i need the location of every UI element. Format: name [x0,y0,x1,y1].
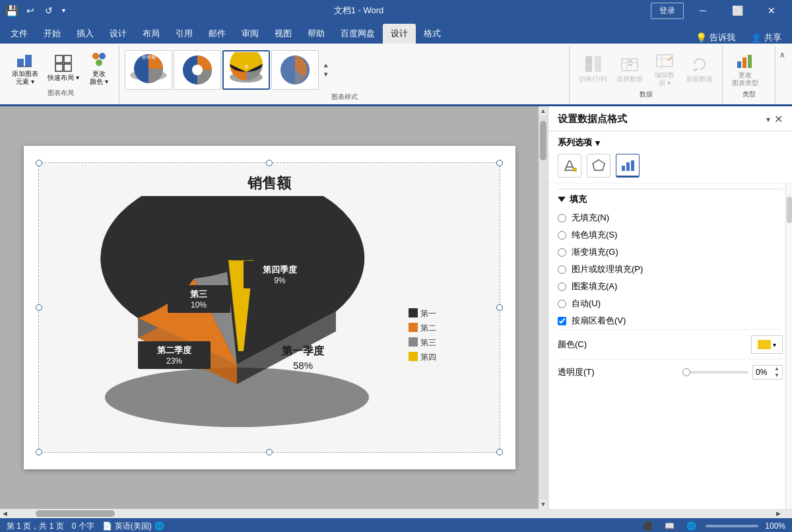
solid-fill-option[interactable]: 纯色填充(S) [558,226,783,244]
vertical-scrollbar[interactable]: ▲ ▼ [539,106,548,509]
tab-format[interactable]: 格式 [416,24,449,44]
spin-up-button[interactable]: ▲ [774,366,779,372]
vscroll-track[interactable] [539,116,548,500]
chart-title: 销售额 [39,174,500,193]
picture-fill-option[interactable]: 图片或纹理填充(P) [558,261,783,278]
by-section-option[interactable]: 按扇区着色(V) [558,312,783,329]
tab-design-doc[interactable]: 设计 [102,24,135,44]
panel-close-button[interactable]: ✕ [774,113,783,125]
tab-file[interactable]: 文件 [3,24,36,44]
transparency-slider[interactable] [682,371,748,374]
pattern-fill-radio[interactable] [558,283,566,291]
redo-icon[interactable]: ↺ [42,4,55,17]
share-button[interactable]: 👤 共享 [743,32,789,44]
print-layout-button[interactable]: ⬛ [640,520,655,532]
quick-access-dropdown[interactable]: ▼ [61,7,67,14]
read-mode-button[interactable]: 📖 [662,520,677,532]
panel-scroll-thumb[interactable] [787,197,792,223]
series-dropdown-icon[interactable]: ▾ [595,138,600,148]
ribbon-collapse-button[interactable]: ∧ [776,49,789,61]
hscroll-right-button[interactable]: ▶ [774,509,783,518]
scroll-down-btn[interactable]: ▼ [323,70,329,79]
scroll-down-button[interactable]: ▼ [539,500,548,509]
auto-fill-radio[interactable] [558,300,566,308]
no-fill-option[interactable]: 无填充(N) [558,209,783,226]
svg-point-7 [92,53,99,59]
chart-style-2[interactable] [174,50,221,90]
save-icon[interactable]: 💾 [5,5,18,17]
panel-scrollbar[interactable] [785,183,792,509]
svg-rect-57 [626,162,630,171]
tab-insert[interactable]: 插入 [69,24,102,44]
scroll-up-button[interactable]: ▲ [539,106,548,116]
slider-thumb[interactable] [682,368,690,376]
resize-handle-ml[interactable] [36,304,42,311]
auto-fill-option[interactable]: 自动(U) [558,295,783,312]
tab-layout[interactable]: 布局 [135,24,168,44]
gradient-fill-radio[interactable] [558,248,566,257]
no-fill-radio[interactable] [558,214,566,222]
panel-dropdown-button[interactable]: ▾ [766,115,770,124]
web-layout-button[interactable]: 🌐 [684,520,699,532]
undo-icon[interactable]: ↩ [24,4,37,17]
edit-data-button[interactable]: 编辑数据 ▾ [648,48,681,88]
spin-down-button[interactable]: ▼ [774,372,779,379]
resize-handle-tr[interactable] [496,160,503,166]
picture-fill-label: 图片或纹理填充(P) [572,263,643,275]
paint-bucket-icon-btn[interactable] [558,154,581,178]
tab-references[interactable]: 引用 [168,24,201,44]
bar-chart-icon-btn[interactable] [616,154,640,178]
svg-marker-55 [593,160,605,170]
pentagon-icon-btn[interactable] [587,154,610,178]
by-section-checkbox[interactable] [558,317,566,325]
pattern-fill-option[interactable]: 图案填充(A) [558,278,783,295]
quick-layout-button[interactable]: 快速布局 ▾ [44,51,83,83]
login-button[interactable]: 登录 [651,3,684,19]
close-button[interactable]: ✕ [756,0,787,21]
tab-help[interactable]: 帮助 [300,24,333,44]
change-color-button[interactable]: 更改颜色 ▾ [84,48,114,87]
refresh-data-button[interactable]: 刷新数据 [682,51,717,84]
chart-style-4[interactable] [271,50,319,90]
svg-text:第一季度: 第一季度 [282,345,325,356]
add-chart-element-button[interactable]: 添加图表元素 ▾ [8,48,42,87]
change-chart-type-button[interactable]: 更改图表类型 [728,48,762,88]
resize-handle-br[interactable] [496,449,503,455]
window-title: 文档1 - Word [67,5,651,17]
switch-row-col-button[interactable]: ↕ ↕ 切换行/列 [575,51,611,84]
hscroll-track[interactable] [9,509,774,518]
gradient-fill-option[interactable]: 渐变填充(G) [558,244,783,261]
no-fill-label: 无填充(N) [572,212,609,224]
resize-handle-tl[interactable] [36,160,42,166]
statusbar-left: 第 1 页，共 1 页 0 个字 📄 英语(美国) 🌐 [7,521,164,532]
resize-handle-tm[interactable] [266,160,273,166]
tab-view[interactable]: 视图 [267,24,300,44]
chart-style-1[interactable]: 销售额 [125,50,172,90]
resize-handle-bl[interactable] [36,449,42,455]
hscroll-thumb[interactable] [36,510,115,517]
color-picker-button[interactable]: ▾ [751,335,783,354]
picture-fill-radio[interactable] [558,265,566,274]
tab-chart-design[interactable]: 设计 [383,24,416,44]
fill-header[interactable]: 填充 [558,189,783,209]
select-data-button[interactable]: 选择数据 [612,51,647,84]
tab-mail[interactable]: 邮件 [201,24,234,44]
chart-container[interactable]: 销售额 [38,162,500,453]
transparency-spinbox[interactable]: 0% ▲ ▼ [752,365,783,380]
hscroll-left-button[interactable]: ◀ [0,509,9,518]
tab-review[interactable]: 审阅 [234,24,267,44]
tell-me-button[interactable]: 💡 告诉我 [688,32,743,44]
solid-fill-radio[interactable] [558,231,566,240]
zoom-slider[interactable] [706,525,758,527]
vscroll-thumb[interactable] [540,121,546,160]
resize-handle-mr[interactable] [496,304,503,311]
chart-style-3[interactable]: ⚙ [222,50,270,90]
minimize-button[interactable]: ─ [688,0,718,21]
scroll-up-btn[interactable]: ▲ [323,61,329,70]
tab-start[interactable]: 开始 [36,24,69,44]
svg-marker-30 [693,68,698,72]
tab-baidu[interactable]: 百度网盘 [333,24,383,44]
restore-button[interactable]: ⬜ [722,0,752,21]
language-indicator: 📄 英语(美国) 🌐 [102,521,164,532]
resize-handle-bm[interactable] [266,449,273,455]
